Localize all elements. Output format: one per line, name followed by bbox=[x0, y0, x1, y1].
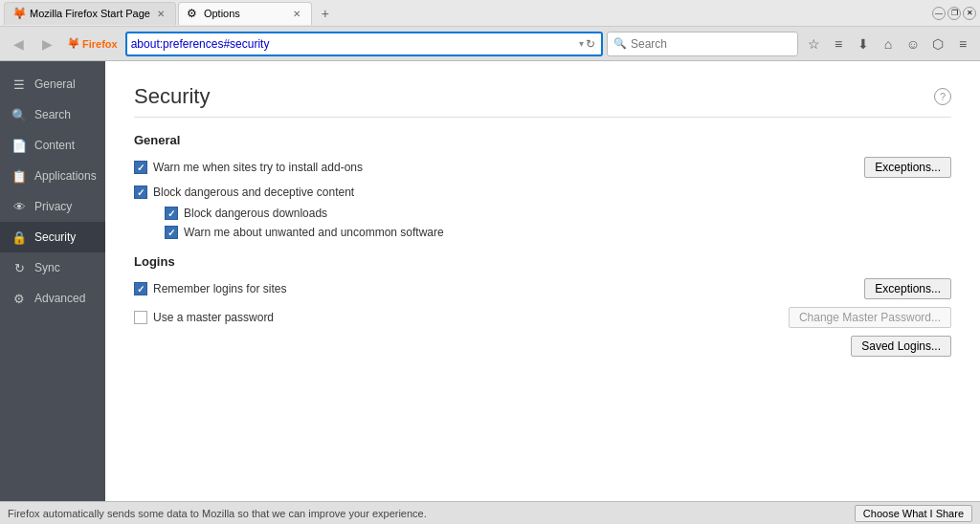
restore-button[interactable]: ❐ bbox=[947, 7, 961, 20]
sidebar-item-security[interactable]: 🔒 Security bbox=[0, 222, 105, 252]
reload-button[interactable]: ↻ bbox=[584, 37, 597, 51]
checkmark-dangerous: ✓ bbox=[137, 187, 145, 198]
pocket-icon[interactable]: ⬡ bbox=[926, 33, 949, 55]
page-title-row: Security ? bbox=[134, 84, 951, 109]
tab1-close-icon[interactable]: ✕ bbox=[154, 7, 167, 20]
title-divider bbox=[134, 117, 951, 118]
sidebar-item-search[interactable]: 🔍 Search bbox=[0, 99, 105, 130]
checkmark-addons: ✓ bbox=[137, 163, 145, 173]
back-button[interactable]: ◀ bbox=[6, 32, 31, 56]
security-icon: 🔒 bbox=[11, 229, 27, 245]
general-section-title: General bbox=[134, 133, 951, 147]
options-tab-icon: ⚙ bbox=[187, 7, 200, 20]
title-bar: 🦊 Mozilla Firefox Start Page ✕ ⚙ Options… bbox=[0, 0, 980, 27]
option-text-addons: Warn me when sites try to install add-on… bbox=[153, 161, 363, 174]
checkbox-logins[interactable]: ✓ bbox=[134, 282, 147, 295]
sidebar-item-sync[interactable]: ↻ Sync bbox=[0, 252, 105, 283]
sidebar: ☰ General 🔍 Search 📄 Content 📋 Applicati… bbox=[0, 61, 105, 501]
option-text-dangerous: Block dangerous and deceptive content bbox=[153, 186, 354, 199]
advanced-icon: ⚙ bbox=[11, 291, 27, 306]
tab2-title: Options bbox=[204, 8, 286, 19]
nav-icons: ☆ ≡ ⬇ ⌂ ☺ ⬡ ≡ bbox=[802, 33, 974, 55]
option-text-unwanted: Warn me about unwanted and uncommon soft… bbox=[184, 226, 444, 239]
firefox-icon: 🦊 bbox=[67, 37, 80, 50]
sidebar-item-applications[interactable]: 📋 Applications bbox=[0, 161, 105, 191]
sidebar-label-sync: Sync bbox=[34, 261, 60, 274]
menu-icon[interactable]: ≡ bbox=[951, 33, 974, 55]
checkbox-addons[interactable]: ✓ bbox=[134, 161, 147, 174]
home-icon[interactable]: ⌂ bbox=[877, 33, 900, 55]
search-input[interactable] bbox=[631, 37, 791, 51]
sidebar-item-general[interactable]: ☰ General bbox=[0, 69, 105, 99]
checkbox-downloads[interactable]: ✓ bbox=[165, 207, 178, 220]
sidebar-label-advanced: Advanced bbox=[34, 292, 85, 305]
option-text-downloads: Block dangerous downloads bbox=[184, 207, 327, 220]
checkbox-dangerous[interactable]: ✓ bbox=[134, 186, 147, 199]
checkmark-unwanted: ✓ bbox=[167, 228, 175, 238]
status-bar: Firefox automatically sends some data to… bbox=[0, 501, 980, 524]
checkmark-logins: ✓ bbox=[137, 284, 145, 295]
option-row-dangerous: ✓ Block dangerous and deceptive content bbox=[134, 186, 951, 199]
sidebar-label-security: Security bbox=[34, 230, 76, 244]
option-row-addons: ✓ Warn me when sites try to install add-… bbox=[134, 157, 951, 178]
tab-firefox-start[interactable]: 🦊 Mozilla Firefox Start Page ✕ bbox=[4, 2, 176, 25]
download-icon[interactable]: ⬇ bbox=[852, 33, 875, 55]
option-left-master-pw: Use a master password bbox=[134, 311, 274, 324]
option-left-dangerous: ✓ Block dangerous and deceptive content bbox=[134, 186, 354, 199]
sidebar-item-advanced[interactable]: ⚙ Advanced bbox=[0, 283, 105, 314]
new-tab-button[interactable]: + bbox=[314, 2, 337, 25]
bookmark-icon[interactable]: ☆ bbox=[802, 33, 825, 55]
general-icon: ☰ bbox=[11, 76, 27, 92]
content-area: Security ? General ✓ Warn me when sites … bbox=[105, 61, 980, 501]
search-icon: 🔍 bbox=[613, 37, 627, 50]
exceptions-button-2[interactable]: Exceptions... bbox=[864, 278, 951, 299]
minimize-button[interactable]: — bbox=[932, 7, 946, 20]
reader-icon[interactable]: ≡ bbox=[827, 33, 850, 55]
tab1-title: Mozilla Firefox Start Page bbox=[30, 8, 150, 19]
page-title: Security bbox=[134, 84, 210, 109]
close-button[interactable]: ✕ bbox=[963, 7, 976, 20]
sidebar-label-general: General bbox=[34, 77, 76, 91]
applications-icon: 📋 bbox=[11, 168, 27, 184]
checkmark-downloads: ✓ bbox=[167, 208, 175, 219]
content-icon: 📄 bbox=[11, 138, 27, 153]
saved-logins-button[interactable]: Saved Logins... bbox=[851, 336, 951, 357]
option-text-logins: Remember logins for sites bbox=[153, 282, 286, 295]
option-text-master-pw: Use a master password bbox=[153, 311, 274, 324]
tab2-close-icon[interactable]: ✕ bbox=[290, 7, 303, 20]
exceptions-button-1[interactable]: Exceptions... bbox=[864, 157, 951, 178]
option-left-addons: ✓ Warn me when sites try to install add-… bbox=[134, 161, 363, 174]
status-text: Firefox automatically sends some data to… bbox=[8, 508, 427, 519]
checkbox-unwanted[interactable]: ✓ bbox=[165, 226, 178, 239]
logins-section-title: Logins bbox=[134, 254, 951, 269]
sidebar-label-privacy: Privacy bbox=[34, 200, 72, 213]
option-row-remember-logins: ✓ Remember logins for sites Exceptions..… bbox=[134, 278, 951, 299]
privacy-icon: 👁 bbox=[11, 199, 27, 214]
window-controls: — ❐ ✕ bbox=[932, 7, 976, 20]
forward-button[interactable]: ▶ bbox=[34, 32, 59, 56]
tab-options[interactable]: ⚙ Options ✕ bbox=[178, 2, 312, 25]
sidebar-item-privacy[interactable]: 👁 Privacy bbox=[0, 191, 105, 222]
sidebar-label-content: Content bbox=[34, 139, 75, 152]
sidebar-label-applications: Applications bbox=[34, 169, 97, 183]
firefox-label: Firefox bbox=[82, 38, 118, 50]
smiley-icon[interactable]: ☺ bbox=[902, 33, 924, 55]
checkbox-master-pw[interactable] bbox=[134, 311, 147, 324]
change-master-password-button[interactable]: Change Master Password... bbox=[789, 307, 951, 328]
address-input[interactable] bbox=[131, 37, 579, 51]
firefox-menu-button[interactable]: 🦊 Firefox bbox=[63, 35, 122, 52]
sidebar-item-content[interactable]: 📄 Content bbox=[0, 130, 105, 161]
option-indented-downloads: ✓ Block dangerous downloads bbox=[165, 207, 951, 220]
sidebar-label-search: Search bbox=[34, 108, 71, 121]
firefox-tab-icon: 🦊 bbox=[12, 7, 26, 20]
choose-share-button[interactable]: Choose What I Share bbox=[855, 505, 972, 522]
nav-bar: ◀ ▶ 🦊 Firefox ▾ ↻ 🔍 ☆ ≡ ⬇ ⌂ ☺ ⬡ ≡ bbox=[0, 27, 980, 61]
sync-icon: ↻ bbox=[11, 260, 27, 275]
option-indented-unwanted: ✓ Warn me about unwanted and uncommon so… bbox=[165, 226, 951, 239]
main-layout: ☰ General 🔍 Search 📄 Content 📋 Applicati… bbox=[0, 61, 980, 501]
option-left-logins: ✓ Remember logins for sites bbox=[134, 282, 286, 295]
help-icon[interactable]: ? bbox=[934, 88, 951, 105]
search-bar-container: 🔍 bbox=[607, 32, 798, 56]
search-nav-icon: 🔍 bbox=[11, 107, 27, 122]
address-bar-container[interactable]: ▾ ↻ bbox=[125, 32, 603, 56]
